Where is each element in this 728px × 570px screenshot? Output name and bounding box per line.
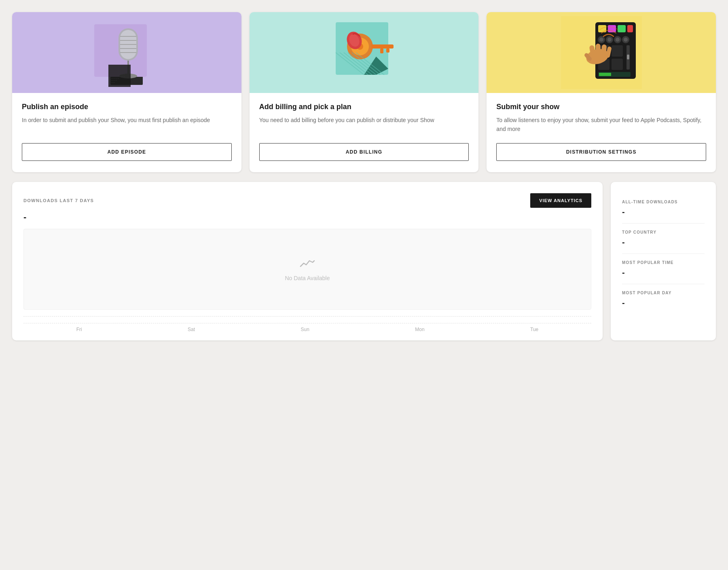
svg-rect-30: [114, 70, 114, 71]
svg-rect-15: [116, 66, 116, 67]
svg-rect-23: [116, 68, 116, 69]
svg-point-99: [616, 38, 620, 42]
svg-rect-37: [112, 72, 112, 73]
svg-rect-68: [116, 80, 116, 81]
microphone-icon: [86, 16, 167, 89]
chart-area: No Data Available: [23, 229, 591, 310]
svg-rect-103: [612, 45, 623, 57]
svg-rect-44: [110, 74, 110, 75]
x-label-mon: Mon: [415, 327, 424, 332]
add-episode-button[interactable]: ADD EPISODE: [22, 143, 232, 161]
x-label-tue: Tue: [530, 327, 538, 332]
x-label-fri: Fri: [76, 327, 82, 332]
stat-all-time-downloads-value: -: [622, 207, 705, 217]
publish-episode-desc: In order to submit and publish your Show…: [22, 116, 232, 133]
svg-rect-29: [112, 70, 112, 71]
key-icon: [324, 16, 404, 89]
svg-point-97: [607, 38, 612, 42]
analytics-title: DOWNLOADS LAST 7 DAYS: [23, 198, 94, 203]
svg-rect-38: [114, 72, 114, 73]
svg-rect-12: [110, 66, 110, 67]
top-cards-section: Publish an episode In order to submit an…: [12, 12, 716, 172]
stat-all-time-downloads: ALL-TIME DOWNLOADS -: [622, 193, 705, 224]
stat-top-country-value: -: [622, 238, 705, 247]
svg-rect-53: [112, 76, 112, 77]
svg-rect-77: [371, 44, 394, 49]
svg-rect-105: [612, 59, 623, 70]
svg-rect-112: [595, 44, 601, 57]
svg-rect-66: [112, 80, 112, 81]
svg-rect-20: [110, 68, 110, 69]
submit-show-title: Submit your show: [496, 103, 706, 111]
submit-show-desc: To allow listeners to enjoy your show, s…: [496, 116, 706, 133]
stat-most-popular-time-value: -: [622, 268, 705, 277]
svg-rect-28: [110, 70, 110, 71]
svg-rect-26: [122, 68, 123, 69]
svg-rect-70: [112, 82, 112, 83]
svg-rect-46: [114, 74, 114, 75]
svg-rect-79: [386, 49, 389, 53]
svg-rect-67: [114, 80, 114, 81]
svg-rect-71: [114, 82, 114, 83]
svg-rect-92: [618, 25, 626, 32]
svg-rect-63: [116, 78, 116, 79]
svg-rect-55: [116, 76, 116, 77]
svg-rect-42: [122, 72, 123, 73]
svg-rect-58: [122, 76, 123, 77]
stat-most-popular-day-value: -: [622, 298, 705, 308]
submit-show-image: [487, 12, 716, 93]
svg-rect-34: [122, 70, 123, 71]
distribution-settings-button[interactable]: DISTRIBUTION SETTINGS: [496, 143, 706, 161]
x-label-sun: Sun: [301, 327, 309, 332]
svg-rect-33: [120, 70, 121, 71]
add-billing-image: [250, 12, 479, 93]
chart-x-axis: Fri Sat Sun Mon Tue: [23, 323, 591, 332]
svg-point-95: [599, 38, 603, 42]
svg-rect-40: [118, 72, 119, 73]
stat-most-popular-day: MOST POPULAR DAY -: [622, 284, 705, 314]
stat-most-popular-time-label: MOST POPULAR TIME: [622, 260, 705, 265]
svg-rect-36: [110, 72, 110, 73]
svg-rect-54: [114, 76, 114, 77]
svg-rect-16: [118, 66, 119, 67]
svg-rect-51: [124, 74, 125, 75]
svg-rect-59: [124, 76, 125, 77]
submit-show-card: Submit your show To allow listeners to e…: [487, 12, 716, 172]
svg-rect-17: [120, 66, 121, 67]
no-data-icon: [300, 258, 315, 272]
publish-episode-body: Publish an episode In order to submit an…: [12, 93, 241, 172]
svg-rect-109: [599, 73, 611, 76]
svg-rect-47: [116, 74, 116, 75]
add-billing-desc: You need to add billing before you can p…: [259, 116, 469, 133]
svg-rect-18: [122, 66, 123, 67]
submit-show-body: Submit your show To allow listeners to e…: [487, 93, 716, 172]
svg-rect-41: [120, 72, 121, 73]
add-billing-button[interactable]: ADD BILLING: [259, 143, 469, 161]
view-analytics-button[interactable]: VIEW ANALYTICS: [530, 193, 591, 208]
svg-rect-56: [118, 76, 119, 77]
no-data-text: No Data Available: [285, 275, 330, 281]
svg-point-101: [624, 38, 628, 42]
svg-rect-24: [118, 68, 119, 69]
mixer-icon: [561, 16, 642, 89]
publish-episode-card: Publish an episode In order to submit an…: [12, 12, 241, 172]
stat-all-time-downloads-label: ALL-TIME DOWNLOADS: [622, 200, 705, 204]
svg-rect-60: [110, 78, 110, 79]
stat-most-popular-time: MOST POPULAR TIME -: [622, 254, 705, 284]
stat-top-country-label: TOP COUNTRY: [622, 230, 705, 234]
svg-rect-107: [627, 55, 629, 59]
x-label-sat: Sat: [188, 327, 195, 332]
svg-rect-25: [120, 68, 121, 69]
svg-rect-35: [124, 70, 125, 71]
analytics-header: DOWNLOADS LAST 7 DAYS VIEW ANALYTICS: [23, 193, 591, 208]
svg-rect-19: [124, 66, 125, 67]
add-billing-card: Add billing and pick a plan You need to …: [250, 12, 479, 172]
svg-rect-27: [124, 68, 125, 69]
downloads-count: -: [23, 212, 591, 222]
svg-rect-64: [118, 78, 119, 79]
svg-rect-61: [112, 78, 112, 79]
svg-rect-14: [114, 66, 114, 67]
svg-rect-49: [120, 74, 121, 75]
svg-rect-13: [112, 66, 112, 67]
stat-most-popular-day-label: MOST POPULAR DAY: [622, 291, 705, 295]
